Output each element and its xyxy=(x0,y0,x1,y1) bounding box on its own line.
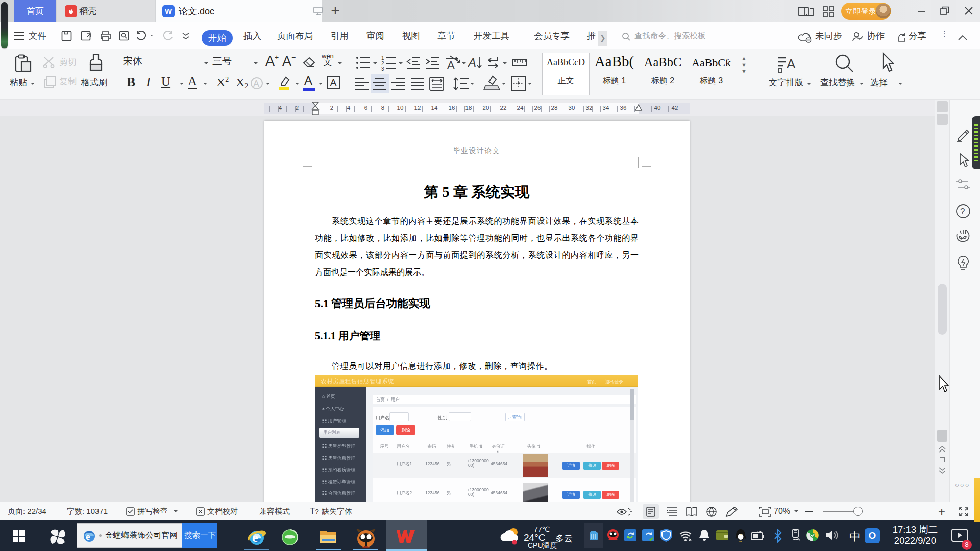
svg-text:A: A xyxy=(468,56,476,69)
svg-text:e: e xyxy=(86,531,90,542)
svg-text:?: ? xyxy=(960,207,965,216)
svg-text:A: A xyxy=(447,59,455,71)
svg-text:3: 3 xyxy=(381,66,384,71)
svg-text:2: 2 xyxy=(381,61,384,66)
svg-text:A: A xyxy=(787,56,796,71)
svg-text:1: 1 xyxy=(381,55,384,61)
svg-text:A: A xyxy=(253,79,259,89)
